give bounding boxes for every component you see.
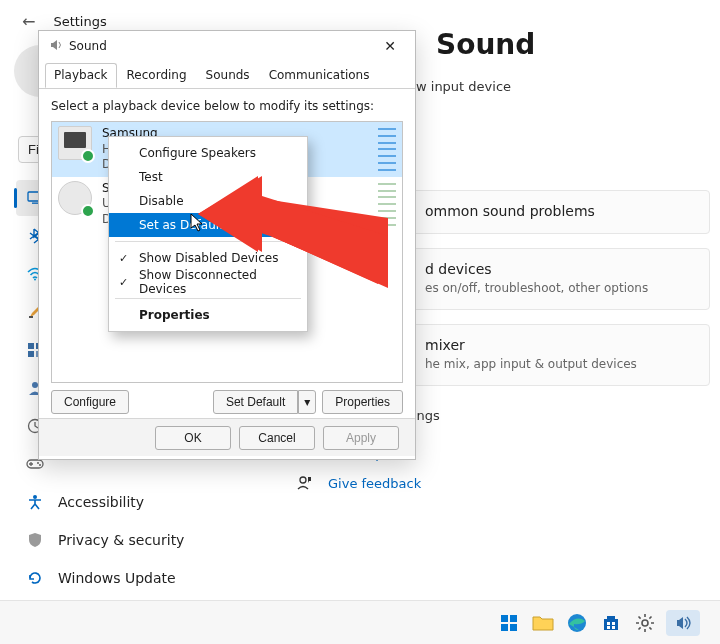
card-title: mixer <box>425 337 691 353</box>
svg-rect-30 <box>612 626 615 629</box>
ctx-show-disconnected[interactable]: Show Disconnected Devices <box>109 270 307 294</box>
svg-rect-25 <box>604 619 618 630</box>
speaker-icon <box>49 38 63 55</box>
feedback-link: Give feedback <box>328 476 421 491</box>
edge-icon[interactable] <box>564 610 590 636</box>
troubleshoot-card[interactable]: ommon sound problems <box>384 190 710 234</box>
svg-rect-23 <box>510 624 517 631</box>
explorer-icon[interactable] <box>530 610 556 636</box>
ok-button[interactable]: OK <box>155 426 231 450</box>
ctx-separator <box>115 241 301 242</box>
input-device-row[interactable]: w input device <box>416 79 710 94</box>
all-devices-card[interactable]: d devices es on/off, troubleshoot, other… <box>384 248 710 310</box>
svg-point-13 <box>33 495 37 499</box>
speaker-device-icon <box>58 181 92 215</box>
svg-rect-20 <box>501 615 508 622</box>
tab-sounds[interactable]: Sounds <box>197 63 259 88</box>
card-sub: he mix, app input & output devices <box>425 357 691 371</box>
start-icon[interactable] <box>496 610 522 636</box>
ctx-configure-speakers[interactable]: Configure Speakers <box>109 141 307 165</box>
svg-rect-27 <box>607 622 610 625</box>
svg-point-11 <box>37 462 39 464</box>
nav-privacy[interactable]: Privacy & security <box>16 522 266 558</box>
chevron-down-icon[interactable]: ▾ <box>298 390 316 414</box>
apply-button[interactable]: Apply <box>323 426 399 450</box>
card-sub: es on/off, troubleshoot, other options <box>425 281 691 295</box>
properties-button[interactable]: Properties <box>322 390 403 414</box>
svg-rect-21 <box>510 615 517 622</box>
svg-point-31 <box>642 620 648 626</box>
cancel-button[interactable]: Cancel <box>239 426 315 450</box>
level-meter <box>378 128 396 171</box>
mixer-card[interactable]: mixer he mix, app input & output devices <box>384 324 710 386</box>
nav-label: Windows Update <box>58 570 176 586</box>
sound-tray-icon[interactable] <box>666 610 700 636</box>
ctx-set-default-device[interactable]: Set as Default Device <box>109 213 307 237</box>
nav-accessibility[interactable]: Accessibility <box>16 484 266 520</box>
instruction-text: Select a playback device below to modify… <box>51 99 403 113</box>
nav-update[interactable]: Windows Update <box>16 560 266 596</box>
configure-button[interactable]: Configure <box>51 390 129 414</box>
tab-strip: Playback Recording Sounds Communications <box>39 61 415 88</box>
svg-rect-3 <box>29 316 33 318</box>
svg-rect-4 <box>28 343 34 349</box>
ctx-separator <box>115 298 301 299</box>
settings-icon[interactable] <box>632 610 658 636</box>
shield-icon <box>26 531 44 549</box>
back-button[interactable]: ← <box>22 12 35 31</box>
dialog-title: Sound <box>69 39 107 53</box>
update-icon <box>26 569 44 587</box>
svg-rect-29 <box>607 626 610 629</box>
close-button[interactable]: ✕ <box>373 34 407 58</box>
svg-point-2 <box>34 279 36 281</box>
card-title: ommon sound problems <box>425 203 691 219</box>
tab-communications[interactable]: Communications <box>260 63 379 88</box>
feedback-icon <box>294 473 314 493</box>
ctx-show-disabled[interactable]: Show Disabled Devices <box>109 246 307 270</box>
set-default-dropdown[interactable]: Set Default ▾ <box>213 390 316 414</box>
ctx-disable[interactable]: Disable <box>109 189 307 213</box>
dialog-titlebar[interactable]: Sound ✕ <box>39 31 415 61</box>
settings-title: Settings <box>53 14 106 29</box>
tab-recording[interactable]: Recording <box>118 63 196 88</box>
card-title: d devices <box>425 261 691 277</box>
page-title: Sound <box>436 28 710 61</box>
give-feedback-row[interactable]: Give feedback <box>294 473 710 493</box>
set-default-button[interactable]: Set Default <box>213 390 298 414</box>
svg-point-15 <box>300 477 306 483</box>
nav-label: Privacy & security <box>58 532 184 548</box>
taskbar[interactable] <box>0 600 720 644</box>
svg-rect-22 <box>501 624 508 631</box>
svg-rect-26 <box>607 616 615 619</box>
monitor-icon <box>58 126 92 160</box>
device-context-menu: Configure Speakers Test Disable Set as D… <box>108 136 308 332</box>
ctx-test[interactable]: Test <box>109 165 307 189</box>
svg-point-12 <box>39 464 41 466</box>
svg-rect-6 <box>28 351 34 357</box>
svg-rect-28 <box>612 622 615 625</box>
tab-playback[interactable]: Playback <box>45 63 117 88</box>
level-meter <box>378 183 396 226</box>
accessibility-icon <box>26 493 44 511</box>
nav-label: Accessibility <box>58 494 144 510</box>
store-icon[interactable] <box>598 610 624 636</box>
ctx-properties[interactable]: Properties <box>109 303 307 327</box>
